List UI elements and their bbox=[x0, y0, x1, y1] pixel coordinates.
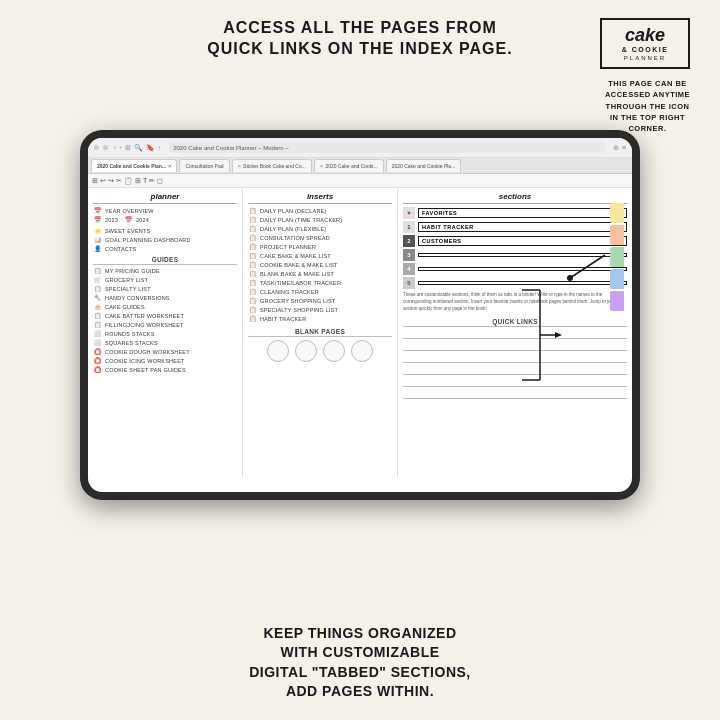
inserts-col-header: inserts bbox=[248, 192, 392, 204]
nav-search-icon[interactable]: 🔍 bbox=[134, 144, 143, 152]
browser-dot-2 bbox=[103, 145, 108, 150]
section-name-3 bbox=[418, 253, 627, 257]
insert-icon-5: 📋 bbox=[248, 243, 257, 250]
contacts-icon: 👤 bbox=[93, 245, 102, 252]
col-sections: sections ♥ FAVORITES 1 HABIT TRACKER 2 C… bbox=[398, 188, 632, 477]
cookie-dough-icon: ⭕ bbox=[93, 348, 102, 355]
sections-col-header: sections bbox=[403, 192, 627, 204]
insert-project: 📋 PROJECT PLANNER bbox=[248, 243, 392, 250]
insert-icon-12: 📋 bbox=[248, 306, 257, 313]
nav-back-icon[interactable]: ‹ bbox=[114, 144, 116, 152]
browser-icon-settings[interactable]: ⊕ bbox=[613, 144, 619, 152]
tab-4[interactable]: × 2020 Cake and Cooki... bbox=[314, 159, 384, 172]
insert-icon-8: 📋 bbox=[248, 270, 257, 277]
tab-3-close-icon[interactable]: × bbox=[238, 163, 242, 169]
icon-2023: 📅 bbox=[93, 216, 102, 223]
insert-icon-2: 📋 bbox=[248, 216, 257, 223]
section-num-1: 1 bbox=[403, 221, 415, 233]
item-squares: ⬜ SQUARES STACKS bbox=[93, 339, 237, 346]
insert-text-10: CLEANING TRACKER bbox=[260, 289, 319, 295]
tab-5[interactable]: 2020 Cake and Cookie Pla... bbox=[386, 159, 462, 172]
title-line2: QUICK LINKS ON THE INDEX PAGE. bbox=[120, 39, 600, 60]
browser-bar: ‹ › ⊞ 🔍 🔖 ↑ 2020 Cake and Cookie Planner… bbox=[88, 138, 632, 158]
section-name-4 bbox=[418, 267, 627, 271]
footer-line4: ADD PAGES WITHIN. bbox=[160, 682, 560, 702]
insert-daily-flex: 📋 DAILY PLAN (FLEXIBLE) bbox=[248, 225, 392, 232]
sweet-events-icon: ⭐ bbox=[93, 227, 102, 234]
insert-icon-4: 📋 bbox=[248, 234, 257, 241]
cookie-icing-icon: ⭕ bbox=[93, 357, 102, 364]
nav-forward-icon[interactable]: › bbox=[119, 144, 121, 152]
planner-col-header: planner bbox=[93, 192, 237, 204]
insert-text-8: BLANK BAKE & MAKE LIST bbox=[260, 271, 334, 277]
right-tab-2 bbox=[610, 225, 624, 245]
item-2024: 📅 2024 bbox=[124, 216, 149, 223]
year-overview-text: YEAR OVERVIEW bbox=[105, 208, 154, 214]
text-2024: 2024 bbox=[136, 217, 149, 223]
side-note: THIS PAGE CAN BEACCESSED ANYTIMETHROUGH … bbox=[595, 78, 700, 134]
brand-name: cake bbox=[610, 26, 680, 44]
address-bar[interactable]: 2020 Cake and Cookie Planner – Modern – bbox=[169, 142, 605, 153]
section-row-5: 5 bbox=[403, 277, 627, 289]
insert-icon-10: 📋 bbox=[248, 288, 257, 295]
tabs-bar: 2020 Cake and Cookie Plan... × Consultat… bbox=[88, 158, 632, 174]
sections-desc: These are customizable sections, think o… bbox=[403, 292, 627, 312]
item-cookie-sheet: ⭕ COOKIE SHEET PAN GUIDES bbox=[93, 366, 237, 373]
tab-4-close-icon[interactable]: × bbox=[320, 163, 324, 169]
insert-text-13: HABIT TRACKER bbox=[260, 316, 306, 322]
squares-text: SQUARES STACKS bbox=[105, 340, 158, 346]
title-line1: ACCESS ALL THE PAGES FROM bbox=[120, 18, 600, 39]
insert-cake-bake: 📋 CAKE BAKE & MAKE LIST bbox=[248, 252, 392, 259]
item-cookie-icing: ⭕ COOKIE ICING WORKSHEET bbox=[93, 357, 237, 364]
item-filling: 📋 FILLINGJCING WORKSHEET bbox=[93, 321, 237, 328]
rounds-text: ROUNDS STACKS bbox=[105, 331, 155, 337]
grocery-icon: 🛒 bbox=[93, 276, 102, 283]
tablet-inner: ‹ › ⊞ 🔍 🔖 ↑ 2020 Cake and Cookie Planner… bbox=[88, 138, 632, 492]
toolbar-icon-3: ↪ bbox=[108, 177, 114, 185]
tab-2[interactable]: Consultation Pad bbox=[179, 159, 229, 172]
header: ACCESS ALL THE PAGES FROM QUICK LINKS ON… bbox=[0, 0, 720, 77]
toolbar: ⊞ ↩ ↪ ✂ 📋 ⊞ T ✏ ◻ bbox=[88, 174, 632, 188]
item-rounds: ⬜ ROUNDS STACKS bbox=[93, 330, 237, 337]
insert-icon-7: 📋 bbox=[248, 261, 257, 268]
nav-home-icon[interactable]: ⊞ bbox=[125, 144, 131, 152]
conversions-icon: 🔧 bbox=[93, 294, 102, 301]
quick-link-5 bbox=[403, 379, 627, 387]
tab-1-close[interactable]: × bbox=[168, 163, 172, 169]
insert-cookie-bake: 📋 COOKIE BAKE & MAKE LIST bbox=[248, 261, 392, 268]
section-num-2: 2 bbox=[403, 235, 415, 247]
item-specialty: 📋 SPECIALTY LIST bbox=[93, 285, 237, 292]
footer-area: KEEP THINGS ORGANIZED WITH CUSTOMIZABLE … bbox=[160, 624, 560, 702]
right-tab-3 bbox=[610, 247, 624, 267]
conversions-text: HANDY CONVERSIONS bbox=[105, 295, 170, 301]
section-name-2: CUSTOMERS bbox=[418, 236, 627, 246]
item-cake-guides: 🎂 CAKE GUIDES bbox=[93, 303, 237, 310]
quick-link-2 bbox=[403, 343, 627, 351]
insert-grocery-shopping: 📋 GROCERY SHOPPING LIST bbox=[248, 297, 392, 304]
item-pricing: 📋 MY PRICING GUIDE bbox=[93, 267, 237, 274]
tab-1[interactable]: 2020 Cake and Cookie Plan... × bbox=[91, 159, 177, 172]
insert-cleaning: 📋 CLEANING TRACKER bbox=[248, 288, 392, 295]
item-grocery: 🛒 GROCERY LIST bbox=[93, 276, 237, 283]
insert-text-9: TASK/TIME/LABOR TRACKER bbox=[260, 280, 341, 286]
blank-circles-row bbox=[248, 340, 392, 362]
address-text: 2020 Cake and Cookie Planner – Modern – bbox=[173, 145, 288, 151]
brand-logo: cake & COOKIE PLANNER bbox=[600, 18, 690, 69]
tab-3[interactable]: × Sticker Book Cake and Co... bbox=[232, 159, 312, 172]
year-row: 📅 2023 📅 2024 bbox=[93, 216, 237, 225]
right-tab-1 bbox=[610, 203, 624, 223]
col-inserts: inserts 📋 DAILY PLAN (DECLARE) 📋 DAILY P… bbox=[243, 188, 398, 477]
insert-icon-6: 📋 bbox=[248, 252, 257, 259]
blank-circle-2 bbox=[295, 340, 317, 362]
insert-icon-11: 📋 bbox=[248, 297, 257, 304]
brand-planner: PLANNER bbox=[610, 55, 680, 61]
insert-text-11: GROCERY SHOPPING LIST bbox=[260, 298, 336, 304]
insert-consultation: 📋 CONSULTATION SPREAD bbox=[248, 234, 392, 241]
cake-batter-text: CAKE BATTER WORKSHEET bbox=[105, 313, 184, 319]
tablet-outer: ‹ › ⊞ 🔍 🔖 ↑ 2020 Cake and Cookie Planner… bbox=[80, 130, 640, 500]
nav-bookmark-icon[interactable]: 🔖 bbox=[146, 144, 155, 152]
browser-icon-menu[interactable]: ≡ bbox=[622, 144, 626, 151]
insert-task-labor: 📋 TASK/TIME/LABOR TRACKER bbox=[248, 279, 392, 286]
toolbar-icon-7: T bbox=[143, 177, 147, 184]
nav-share-icon[interactable]: ↑ bbox=[158, 144, 162, 152]
